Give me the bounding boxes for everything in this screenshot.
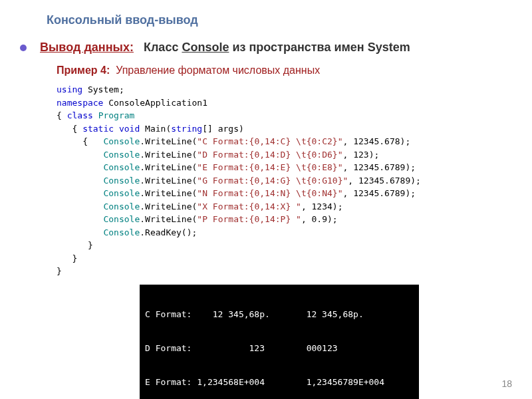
example-row: Пример 4: Управление форматом числовых д… [57,65,512,76]
bullet-icon [20,45,27,51]
slide-title: Консольный ввод-вывод [47,13,512,27]
console-row: E Format: 1,234568E+004 1,23456789E+004 [145,377,414,388]
output-label: Вывод данных: [40,41,134,55]
code-block: using System; namespace ConsoleApplicati… [57,83,512,278]
console-output: C Format: 12 345,68p. 12 345,68p. D Form… [140,285,419,400]
page-number: 18 [501,378,512,389]
console-row: D Format: 123 000123 [145,343,414,354]
output-desc: Класс Console из пространства имен Syste… [144,41,410,55]
console-row: C Format: 12 345,68p. 12 345,68p. [145,309,414,321]
example-label: Пример 4: [57,65,110,76]
subtitle-row: Вывод данных: Класс Console из пространс… [20,41,512,55]
